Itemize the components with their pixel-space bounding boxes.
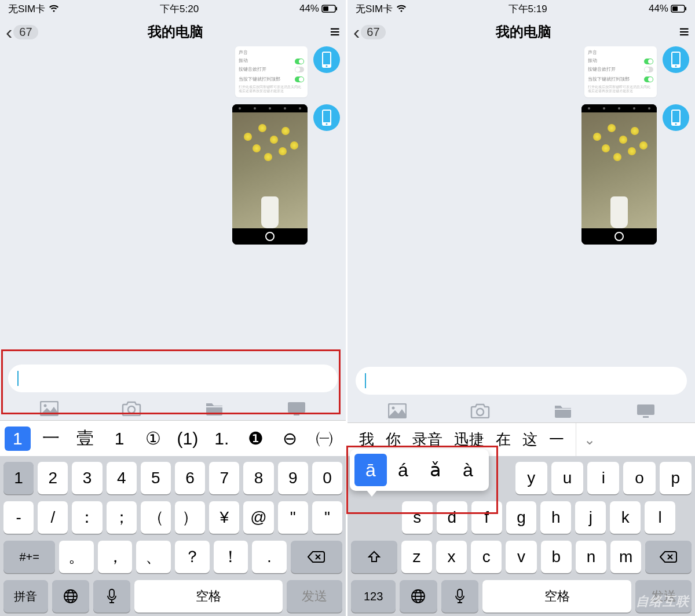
key-9[interactable]: 9: [278, 462, 308, 494]
key-6[interactable]: 6: [175, 462, 205, 494]
candidate-option[interactable]: 壹: [68, 427, 103, 450]
candidate-option[interactable]: ㈠: [307, 427, 341, 450]
candidate-word[interactable]: 迅捷: [454, 429, 484, 450]
monitor-icon[interactable]: [287, 400, 306, 417]
key-0[interactable]: 0: [312, 462, 342, 494]
key-dash[interactable]: -: [3, 501, 34, 534]
key-mic[interactable]: [93, 580, 130, 613]
key-space[interactable]: 空格: [482, 580, 631, 613]
key-3[interactable]: 3: [72, 462, 102, 494]
key-h[interactable]: h: [540, 501, 571, 534]
key-send[interactable]: 发送: [287, 580, 342, 613]
gallery-icon[interactable]: [387, 403, 407, 419]
key-colon[interactable]: ：: [72, 501, 102, 534]
key-s[interactable]: s: [402, 501, 433, 534]
candidate-word[interactable]: 这: [522, 429, 537, 450]
candidate-option[interactable]: ①: [136, 428, 170, 449]
expand-candidates-icon[interactable]: ⌄: [576, 423, 602, 456]
longpress-popup[interactable]: ā á ǎ à: [350, 449, 489, 491]
key-u[interactable]: u: [551, 462, 583, 494]
camera-icon[interactable]: [122, 400, 141, 417]
key-globe[interactable]: [52, 580, 89, 613]
key-comma-cn[interactable]: ，: [98, 541, 133, 573]
key-d[interactable]: d: [437, 501, 467, 534]
key-quote-open[interactable]: ": [278, 501, 308, 534]
key-mic[interactable]: [441, 580, 478, 613]
key-c[interactable]: c: [471, 541, 502, 573]
key-question[interactable]: ？: [175, 541, 210, 573]
key-k[interactable]: k: [610, 501, 641, 534]
message-input[interactable]: [356, 367, 687, 395]
candidate-word[interactable]: 录音: [412, 429, 442, 450]
key-slash[interactable]: /: [38, 501, 68, 534]
popup-option[interactable]: á: [387, 454, 419, 486]
gallery-icon[interactable]: [39, 400, 59, 417]
back-icon[interactable]: ‹: [353, 21, 360, 43]
monitor-icon[interactable]: [636, 403, 656, 419]
key-b[interactable]: b: [541, 541, 572, 573]
key-7[interactable]: 7: [209, 462, 239, 494]
key-j[interactable]: j: [575, 501, 606, 534]
key-space[interactable]: 空格: [134, 580, 283, 613]
key-period-cn[interactable]: 。: [59, 541, 94, 573]
menu-icon[interactable]: ≡: [330, 22, 340, 42]
key-v[interactable]: v: [506, 541, 536, 573]
sender-avatar[interactable]: [313, 46, 340, 73]
popup-option[interactable]: ǎ: [419, 454, 452, 486]
message-input[interactable]: [8, 365, 338, 392]
key-p[interactable]: p: [660, 462, 692, 494]
key-1[interactable]: 1: [3, 462, 34, 494]
settings-thumbnail[interactable]: 声音 振动 按键音效打开 当按下键就打到顶部 打开此项后按回车键即可发送消息关闭…: [584, 46, 657, 97]
key-5[interactable]: 5: [141, 462, 171, 494]
key-semicolon[interactable]: ；: [107, 501, 137, 534]
menu-icon[interactable]: ≡: [679, 22, 689, 42]
key-8[interactable]: 8: [243, 462, 273, 494]
key-n[interactable]: n: [576, 541, 606, 573]
key-backspace[interactable]: [645, 541, 692, 573]
key-x[interactable]: x: [436, 541, 467, 573]
settings-thumbnail[interactable]: 声音 振动 按键音效打开 当按下键就打到顶部 打开此项后按回车键即可发送消息关闭…: [235, 46, 308, 97]
key-m[interactable]: m: [610, 541, 641, 573]
key-i[interactable]: i: [587, 462, 619, 494]
camera-icon[interactable]: [470, 403, 490, 419]
photo-message[interactable]: [581, 104, 657, 245]
sender-avatar[interactable]: [663, 104, 689, 131]
key-y[interactable]: y: [515, 462, 547, 494]
key-paren-close[interactable]: ）: [175, 501, 205, 534]
candidate-option[interactable]: ⊖: [273, 428, 307, 449]
key-pinyin[interactable]: 拼音: [3, 580, 48, 613]
candidate-word[interactable]: 我: [359, 429, 374, 450]
candidate-option[interactable]: 1: [103, 429, 137, 449]
candidate-option[interactable]: (1): [170, 429, 204, 449]
key-z[interactable]: z: [401, 541, 432, 573]
candidate-word[interactable]: 在: [496, 429, 511, 450]
key-g[interactable]: g: [506, 501, 537, 534]
candidate-option[interactable]: 一: [34, 427, 68, 450]
key-l[interactable]: l: [645, 501, 675, 534]
chat-area[interactable]: 声音 振动 按键音效打开 当按下键就打到顶部 打开此项后按回车键即可发送消息关闭…: [348, 46, 695, 359]
folder-icon[interactable]: [204, 400, 224, 417]
candidate-option[interactable]: 1.: [204, 429, 239, 449]
candidate-option[interactable]: ❶: [239, 428, 273, 449]
key-paren-open[interactable]: （: [141, 501, 171, 534]
candidate-word[interactable]: 一: [549, 429, 564, 450]
back-icon[interactable]: ‹: [6, 21, 12, 43]
key-exclaim[interactable]: ！: [214, 541, 248, 573]
key-backspace[interactable]: [291, 541, 342, 573]
key-quote-close[interactable]: ": [312, 501, 342, 534]
chat-area[interactable]: 声音 振动 按键音效打开 当按下键就打到顶部 打开此项后按回车键即可发送消息关闭…: [0, 46, 346, 356]
candidate-selected[interactable]: 1: [5, 427, 31, 451]
key-mode-123[interactable]: 123: [351, 580, 396, 613]
popup-option-selected[interactable]: ā: [354, 454, 387, 486]
key-at[interactable]: @: [243, 501, 273, 534]
popup-option[interactable]: à: [452, 454, 484, 486]
key-o[interactable]: o: [623, 462, 655, 494]
key-dot[interactable]: .: [252, 541, 287, 573]
key-4[interactable]: 4: [107, 462, 137, 494]
candidate-strip[interactable]: 1 一 壹 1 ① (1) 1. ❶ ⊖ ㈠: [0, 420, 346, 456]
sender-avatar[interactable]: [663, 46, 689, 73]
back-badge[interactable]: 67: [13, 25, 38, 39]
sender-avatar[interactable]: [313, 104, 340, 131]
folder-icon[interactable]: [553, 403, 573, 419]
candidate-word[interactable]: 你: [386, 429, 401, 450]
